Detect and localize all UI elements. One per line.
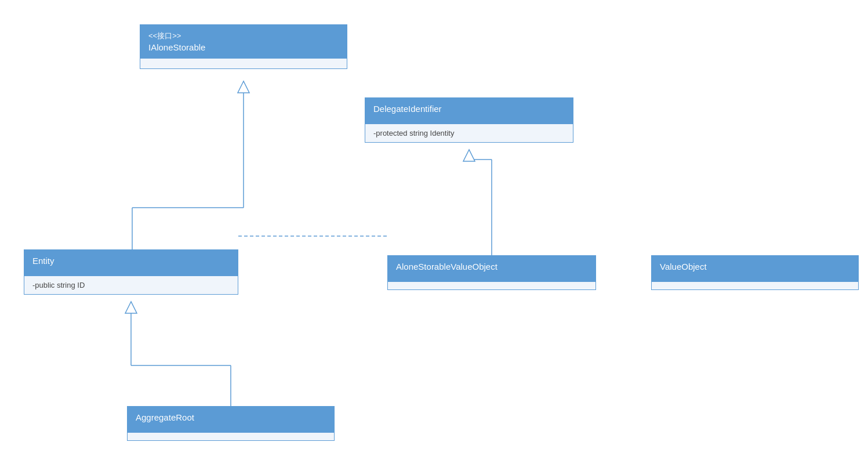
box-header-entity: Entity <box>24 250 238 276</box>
box-header-aggregateRoot: AggregateRoot <box>128 407 334 432</box>
classname-valueObject: ValueObject <box>660 262 707 271</box>
diagram-lines <box>0 0 868 460</box>
box-ialoneStorable[interactable]: <<接口>> IAloneStorable <box>140 24 347 69</box>
box-header-delegateIdentifier: DelegateIdentifier <box>365 98 573 124</box>
box-aggregateRoot[interactable]: AggregateRoot <box>127 406 335 441</box>
box-header-aloneStorableValueObject: AloneStorableValueObject <box>388 256 595 281</box>
diagram-canvas: <<接口>> IAloneStorable DelegateIdentifier… <box>0 0 868 460</box>
classname-ialoneStorable: IAloneStorable <box>148 42 205 52</box>
classname-delegateIdentifier: DelegateIdentifier <box>373 104 442 114</box>
classname-aloneStorableValueObject: AloneStorableValueObject <box>396 262 497 271</box>
svg-marker-3 <box>238 81 249 93</box>
stereotype-ialoneStorable: <<接口>> <box>148 31 339 41</box>
classname-aggregateRoot: AggregateRoot <box>136 412 194 422</box>
classname-entity: Entity <box>32 256 55 266</box>
box-body-valueObject <box>652 281 858 289</box>
box-header-valueObject: ValueObject <box>652 256 858 281</box>
box-body-delegateIdentifier: -protected string Identity <box>365 124 573 142</box>
svg-marker-7 <box>463 150 475 161</box>
box-header-ialoneStorable: <<接口>> IAloneStorable <box>140 25 347 58</box>
box-entity[interactable]: Entity -public string ID <box>24 249 238 295</box>
box-body-aloneStorableValueObject <box>388 281 595 289</box>
svg-marker-12 <box>125 302 137 313</box>
box-body-aggregateRoot <box>128 432 334 440</box>
box-delegateIdentifier[interactable]: DelegateIdentifier -protected string Ide… <box>365 97 573 143</box>
box-aloneStorableValueObject[interactable]: AloneStorableValueObject <box>387 255 596 290</box>
box-valueObject[interactable]: ValueObject <box>651 255 859 290</box>
attr-entity-0: -public string ID <box>32 281 85 289</box>
box-body-entity: -public string ID <box>24 276 238 294</box>
attr-delegateIdentifier-0: -protected string Identity <box>373 129 454 137</box>
box-body-ialoneStorable <box>140 58 347 68</box>
